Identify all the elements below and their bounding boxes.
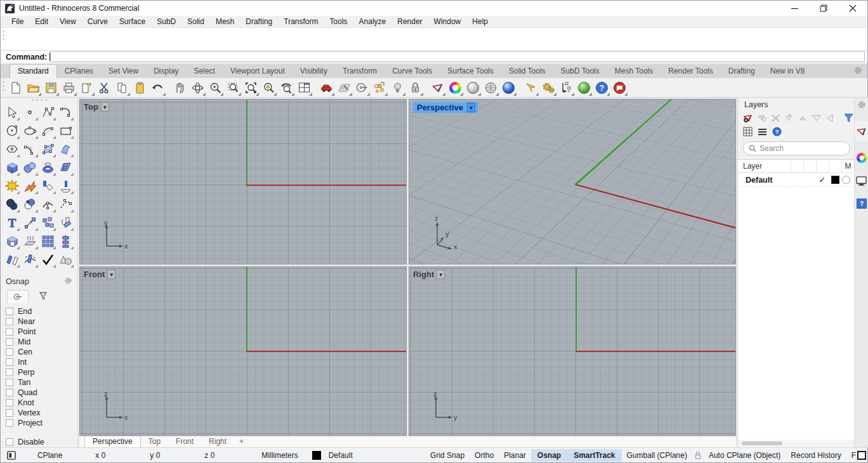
command-input[interactable] — [50, 51, 865, 62]
wireframe-sphere-icon[interactable] — [482, 79, 499, 96]
notification-cone-icon[interactable] — [522, 79, 539, 96]
dimension-icon[interactable] — [558, 79, 575, 96]
control-point-curve-icon[interactable] — [39, 103, 57, 122]
tab-set-view[interactable]: Set View — [101, 65, 146, 78]
viewport-menu-arrow-icon[interactable]: ▾ — [467, 103, 475, 112]
print-icon[interactable] — [60, 79, 77, 96]
checkbox[interactable] — [6, 338, 13, 346]
curved-surface-icon[interactable] — [57, 140, 75, 159]
checkbox[interactable] — [6, 358, 13, 366]
linear-array-icon[interactable] — [57, 232, 75, 251]
menu-transform[interactable]: Transform — [278, 16, 324, 27]
collapse-icon[interactable] — [824, 112, 835, 124]
viewport-menu-arrow-icon[interactable]: ▾ — [107, 270, 115, 279]
text-icon[interactable]: T — [3, 214, 21, 232]
viewport-menu-arrow-icon[interactable]: ▾ — [437, 270, 445, 279]
point-icon[interactable] — [21, 103, 39, 122]
light-icon[interactable] — [389, 79, 406, 96]
viewport-top[interactable]: Top▾ yx — [79, 99, 407, 264]
delete-layer-icon[interactable] — [770, 112, 781, 124]
command-history[interactable] — [1, 28, 867, 51]
select-arrow-icon[interactable] — [3, 103, 21, 122]
layer-list-empty-area[interactable] — [738, 187, 854, 440]
menu-solid[interactable]: Solid — [181, 16, 210, 27]
save-icon[interactable] — [43, 79, 60, 96]
zoom-selected-icon[interactable] — [260, 79, 277, 96]
selection-filter-icon[interactable] — [371, 79, 388, 96]
zoom-window-icon[interactable] — [225, 79, 242, 96]
undo-icon[interactable] — [149, 79, 166, 96]
layer-help-icon[interactable]: ? — [772, 127, 782, 138]
viewport-front-label[interactable]: Front▾ — [84, 270, 115, 279]
status-filter[interactable]: F — [846, 449, 857, 462]
checkbox[interactable] — [6, 438, 13, 446]
fillet-edge-icon[interactable] — [39, 177, 57, 195]
boolean-union-icon[interactable] — [3, 195, 21, 214]
viewport-layout-icon[interactable] — [296, 79, 313, 96]
tab-select[interactable]: Select — [187, 65, 223, 78]
community-chat-icon[interactable] — [611, 79, 628, 96]
osnap-option-project[interactable]: Project — [6, 418, 77, 428]
layer-search-input[interactable] — [760, 144, 845, 153]
tab-standard[interactable]: Standard — [10, 64, 57, 78]
status-smarttrack[interactable]: SmartTrack — [567, 449, 621, 462]
checkbox[interactable] — [6, 368, 13, 376]
filter-box-icon[interactable] — [857, 451, 866, 460]
solid-tools-cube-icon[interactable] — [3, 232, 21, 251]
orient-on-curve-icon[interactable] — [21, 251, 39, 269]
checkbox[interactable] — [6, 318, 13, 325]
menu-help[interactable]: Help — [466, 16, 494, 27]
duplicate-layer-icon[interactable] — [784, 112, 794, 124]
layer-color-swatch[interactable] — [831, 176, 839, 184]
new-document-icon[interactable] — [7, 79, 24, 96]
layer-name[interactable]: Default — [738, 176, 816, 185]
viewport-right[interactable]: Right▾ zy — [409, 266, 736, 436]
layer-row-default[interactable]: Default ✓ — [738, 173, 854, 187]
rotate-objects-icon[interactable] — [57, 214, 75, 232]
osnap-option-perp[interactable]: Perp — [6, 367, 77, 377]
tab-new-in-v8[interactable]: New in V8 — [763, 65, 813, 78]
tab-subd-tools[interactable]: SubD Tools — [553, 65, 607, 78]
menu-tools[interactable]: Tools — [324, 16, 353, 27]
rebuild-curve-icon[interactable] — [57, 195, 75, 214]
mirror-icon[interactable] — [3, 251, 21, 269]
osnap-option-near[interactable]: Near — [6, 316, 77, 327]
explode-star-icon[interactable] — [3, 177, 21, 195]
menu-surface[interactable]: Surface — [114, 16, 151, 27]
layers-tab-icon[interactable] — [855, 121, 868, 141]
checkbox[interactable] — [6, 348, 13, 356]
move-up-icon[interactable] — [798, 112, 808, 124]
checkbox[interactable] — [6, 328, 13, 336]
status-ortho[interactable]: Ortho — [470, 449, 499, 462]
help-tab-icon[interactable]: ? — [855, 193, 868, 214]
open-file-icon[interactable] — [25, 79, 42, 96]
current-layer-check-icon[interactable]: ✓ — [816, 175, 829, 185]
osnap-option-tan[interactable]: Tan — [6, 377, 77, 388]
add-viewport-tab-button[interactable]: + — [234, 437, 249, 447]
primitive-shapes-icon[interactable] — [57, 251, 75, 269]
move-down-icon[interactable] — [811, 112, 822, 124]
menu-window[interactable]: Window — [428, 16, 467, 27]
tab-visibility[interactable]: Visibility — [293, 65, 335, 78]
fillet-curve-icon[interactable] — [21, 140, 39, 159]
sphere-icon[interactable] — [21, 159, 39, 177]
menu-subd[interactable]: SubD — [151, 16, 181, 27]
tab-cplanes[interactable]: CPlanes — [57, 65, 101, 78]
tab-surface-tools[interactable]: Surface Tools — [440, 65, 501, 78]
osnap-option-knot[interactable]: Knot — [6, 398, 77, 408]
new-sublayer-icon[interactable] — [756, 112, 767, 124]
blast-icon[interactable] — [21, 177, 39, 195]
layers-hscrollbar[interactable] — [738, 440, 854, 447]
options-gears-icon[interactable] — [540, 79, 557, 96]
viewport-menu-arrow-icon[interactable]: ▾ — [101, 102, 109, 112]
menu-render[interactable]: Render — [391, 16, 428, 27]
menu-view[interactable]: View — [54, 16, 82, 27]
interpolate-curve-icon[interactable] — [57, 103, 75, 122]
status-grid-snap[interactable]: Grid Snap — [425, 449, 470, 462]
menu-curve[interactable]: Curve — [82, 16, 114, 27]
package-manager-globe-icon[interactable] — [575, 79, 593, 96]
named-view-car-icon[interactable] — [318, 79, 335, 96]
menu-edit[interactable]: Edit — [29, 16, 54, 27]
extrude-icon[interactable] — [21, 232, 39, 251]
viewport-tab-right[interactable]: Right — [201, 436, 234, 447]
